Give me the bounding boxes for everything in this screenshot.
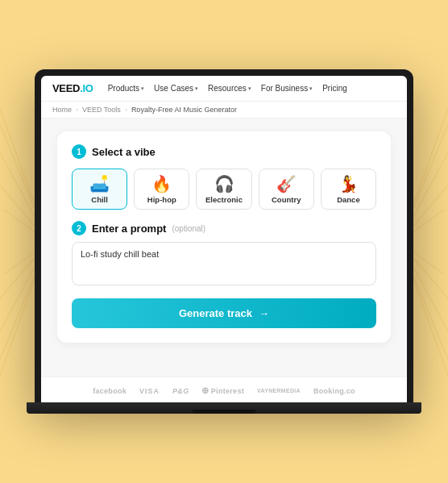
nav-use-cases[interactable]: Use Cases ▾ — [154, 84, 198, 93]
prompt-input[interactable] — [72, 242, 376, 285]
electronic-icon: 🎧 — [214, 176, 234, 192]
nav-for-business[interactable]: For Business ▾ — [261, 84, 313, 93]
step2-header: 2 Enter a prompt (optional) — [72, 221, 376, 235]
chill-icon: 🛋️ — [89, 176, 110, 192]
vibe-selection-row: 🛋️ Chill 🔥 Hip-hop 🎧 Electronic 🎸 — [72, 169, 376, 210]
chevron-icon: ▾ — [309, 85, 313, 92]
laptop-screen: VEED.IO Products ▾ Use Cases ▾ Resources… — [41, 76, 407, 402]
main-content: 1 Select a vibe 🛋️ Chill 🔥 Hip-hop — [41, 119, 407, 377]
step2-badge: 2 — [72, 221, 86, 235]
laptop-base — [27, 402, 421, 414]
nav-items: Products ▾ Use Cases ▾ Resources ▾ For B… — [108, 84, 347, 93]
navbar: VEED.IO Products ▾ Use Cases ▾ Resources… — [41, 76, 407, 102]
nav-products[interactable]: Products ▾ — [108, 84, 144, 93]
country-icon: 🎸 — [276, 176, 297, 192]
breadcrumb-separator: › — [76, 106, 78, 114]
generate-button[interactable]: Generate track → — [72, 298, 376, 328]
logo-booking: Booking.co — [313, 387, 355, 395]
step2-title: Enter a prompt — [92, 223, 166, 235]
client-logos-bar: facebook VISA P&G ⊕ Pinterest VAYNERMEDI… — [41, 377, 407, 402]
chevron-icon: ▾ — [195, 85, 198, 92]
logo-pinterest: ⊕ Pinterest — [201, 385, 244, 396]
laptop-bezel: VEED.IO Products ▾ Use Cases ▾ Resources… — [35, 69, 413, 402]
vibe-electronic[interactable]: 🎧 Electronic — [196, 169, 251, 210]
laptop-notch — [192, 410, 256, 414]
laptop-container: VEED.IO Products ▾ Use Cases ▾ Resources… — [27, 69, 421, 414]
breadcrumb: Home › VEED Tools › Royalty-Free AI Musi… — [41, 102, 407, 119]
step1-header: 1 Select a vibe — [72, 144, 376, 159]
logo-facebook: facebook — [93, 387, 127, 395]
nav-resources[interactable]: Resources ▾ — [208, 84, 251, 93]
vibe-dance[interactable]: 💃 Dance — [321, 169, 376, 210]
nav-pricing[interactable]: Pricing — [322, 84, 347, 93]
step1-badge: 1 — [72, 144, 86, 159]
breadcrumb-separator: › — [125, 106, 127, 114]
vibe-hiphop[interactable]: 🔥 Hip-hop — [134, 169, 189, 210]
step1-title: Select a vibe — [92, 146, 156, 158]
logo-vaynermedia: VAYNERMEDIA — [257, 388, 301, 393]
vibe-chill[interactable]: 🛋️ Chill — [72, 169, 127, 210]
vibe-country[interactable]: 🎸 Country — [259, 169, 314, 210]
dance-icon: 💃 — [338, 176, 359, 192]
chevron-icon: ▾ — [141, 85, 144, 92]
step2-optional: (optional) — [172, 224, 205, 233]
music-generator-card: 1 Select a vibe 🛋️ Chill 🔥 Hip-hop — [57, 131, 391, 343]
logo-visa: VISA — [139, 387, 160, 395]
chevron-icon: ▾ — [248, 85, 251, 92]
hiphop-icon: 🔥 — [151, 176, 172, 192]
logo: VEED.IO — [52, 82, 93, 94]
logo-pg: P&G — [172, 387, 189, 395]
